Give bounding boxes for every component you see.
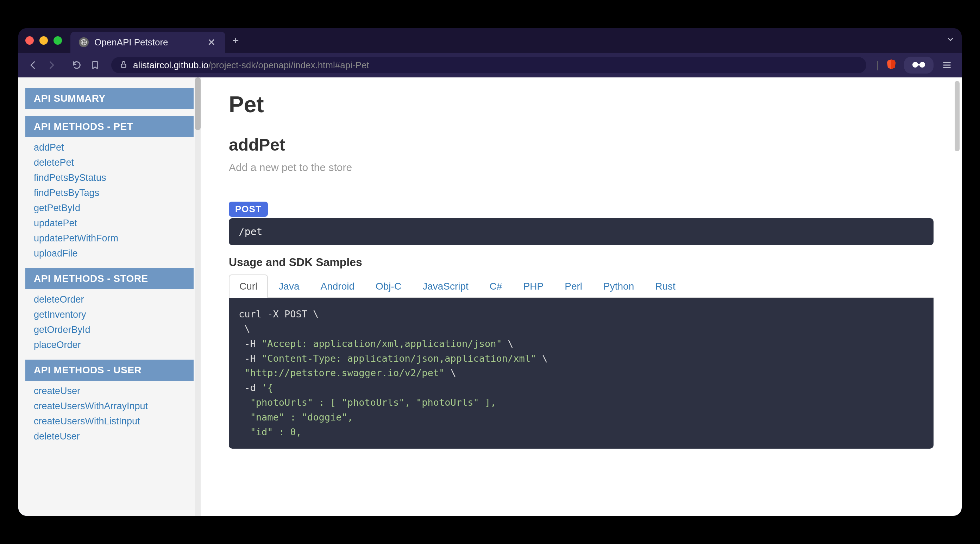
code-tab-android[interactable]: Android [310, 274, 365, 298]
code-tab-javascript[interactable]: JavaScript [412, 274, 479, 298]
code-tab-rust[interactable]: Rust [644, 274, 686, 298]
svg-rect-3 [121, 64, 126, 67]
sidebar-header-user[interactable]: API METHODS - USER [25, 359, 194, 381]
new-tab-button[interactable]: + [232, 34, 239, 47]
sidebar-scrollthumb[interactable] [195, 77, 200, 130]
sidebar[interactable]: API SUMMARY API METHODS - PET addPet del… [18, 77, 200, 516]
private-mode-indicator[interactable] [904, 57, 934, 73]
endpoint-path: /pet [229, 218, 934, 245]
sidebar-header-summary[interactable]: API SUMMARY [25, 88, 194, 109]
code-tab-objc[interactable]: Obj-C [365, 274, 412, 298]
code-tabs: Curl Java Android Obj-C JavaScript C# PH… [229, 274, 934, 298]
sidebar-item[interactable]: deleteOrder [25, 292, 194, 307]
browser-toolbar: alistaircol.github.io/project-sdk/openap… [18, 53, 962, 77]
sidebar-items-store: deleteOrder getInventory getOrderById pl… [25, 292, 194, 353]
http-method-badge: POST [229, 202, 268, 217]
svg-rect-6 [917, 64, 920, 65]
reload-button[interactable] [70, 59, 83, 72]
sidebar-item[interactable]: getOrderById [25, 322, 194, 337]
code-tab-python[interactable]: Python [593, 274, 644, 298]
code-tab-csharp[interactable]: C# [479, 274, 513, 298]
toolbar-right: | [876, 57, 953, 73]
code-tab-curl[interactable]: Curl [229, 274, 268, 298]
sidebar-item[interactable]: deletePet [25, 155, 194, 170]
menu-button[interactable] [940, 59, 953, 72]
forward-button[interactable] [45, 59, 58, 72]
tab-title: OpenAPI Petstore [94, 37, 200, 48]
method-description: Add a new pet to the store [229, 162, 934, 173]
tabs-dropdown-icon[interactable] [946, 35, 955, 46]
sidebar-item[interactable]: deleteUser [25, 429, 194, 444]
sidebar-item[interactable]: createUsersWithListInput [25, 414, 194, 429]
sidebar-item[interactable]: addPet [25, 140, 194, 155]
brave-shield-icon[interactable] [886, 59, 897, 72]
svg-point-4 [912, 62, 918, 68]
sidebar-item[interactable]: updatePetWithForm [25, 231, 194, 246]
method-title: addPet [229, 135, 934, 154]
tab-close-icon[interactable]: ✕ [206, 37, 217, 48]
sidebar-item[interactable]: updatePet [25, 216, 194, 231]
sidebar-scrollbar[interactable] [195, 77, 200, 516]
sidebar-header-store[interactable]: API METHODS - STORE [25, 268, 194, 289]
sidebar-item[interactable]: placeOrder [25, 337, 194, 353]
back-button[interactable] [27, 59, 40, 72]
code-tab-java[interactable]: Java [268, 274, 310, 298]
sidebar-item[interactable]: getInventory [25, 307, 194, 322]
page-content: API SUMMARY API METHODS - PET addPet del… [18, 77, 962, 516]
address-bar[interactable]: alistaircol.github.io/project-sdk/openap… [111, 57, 866, 73]
sidebar-items-user: createUser createUsersWithArrayInput cre… [25, 383, 194, 444]
url-text: alistaircol.github.io/project-sdk/openap… [133, 60, 369, 71]
window-close-button[interactable] [25, 36, 34, 45]
sidebar-item[interactable]: createUsersWithArrayInput [25, 399, 194, 414]
sidebar-item[interactable]: findPetsByTags [25, 185, 194, 200]
window-maximize-button[interactable] [54, 36, 62, 45]
browser-tab[interactable]: OpenAPI Petstore ✕ [70, 32, 225, 53]
window-minimize-button[interactable] [40, 36, 48, 45]
tab-favicon [79, 37, 89, 47]
glasses-icon [911, 59, 926, 71]
main-scrollbar[interactable] [955, 81, 959, 151]
svg-point-5 [920, 62, 925, 68]
sidebar-item[interactable]: findPetsByStatus [25, 170, 194, 185]
sidebar-item[interactable]: createUser [25, 383, 194, 399]
lock-icon [120, 60, 127, 70]
code-tab-php[interactable]: PHP [513, 274, 554, 298]
titlebar: OpenAPI Petstore ✕ + [18, 28, 962, 53]
bookmark-button[interactable] [89, 59, 101, 72]
page-title: Pet [229, 91, 934, 118]
sidebar-item[interactable]: getPetById [25, 200, 194, 216]
browser-window: OpenAPI Petstore ✕ + alistaircol.github.… [18, 28, 962, 516]
samples-title: Usage and SDK Samples [229, 256, 934, 269]
traffic-lights [25, 36, 62, 45]
sidebar-item[interactable]: uploadFile [25, 246, 194, 261]
sidebar-items-pet: addPet deletePet findPetsByStatus findPe… [25, 140, 194, 261]
sidebar-header-pet[interactable]: API METHODS - PET [25, 116, 194, 137]
toolbar-separator: | [876, 59, 879, 71]
code-sample: curl -X POST \ \ -H "Accept: application… [229, 298, 934, 449]
main-content[interactable]: Pet addPet Add a new pet to the store PO… [200, 77, 962, 516]
code-tab-perl[interactable]: Perl [554, 274, 593, 298]
